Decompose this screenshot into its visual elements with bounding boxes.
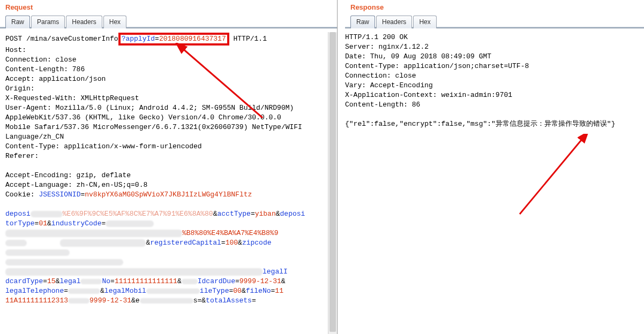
bf4d: 100 — [226, 239, 238, 247]
bf2f: deposi — [280, 210, 305, 218]
bf7h: & — [242, 287, 246, 295]
bf6e: legal — [59, 277, 80, 285]
smudge — [5, 249, 70, 256]
tab-headers[interactable]: Headers — [66, 16, 102, 28]
smudge — [5, 259, 123, 265]
bf2e: & — [276, 210, 280, 218]
request-content[interactable]: POST /mina/saveCustomerInfo?applyId=2018… — [0, 28, 337, 310]
bf6k: = — [235, 277, 239, 285]
bf8e: & — [201, 297, 206, 305]
bf2d: yiban — [255, 210, 276, 218]
hl-value: 201808091643731 — [159, 35, 222, 43]
bf8f: totalAssets — [206, 297, 252, 305]
response-panel: Response Raw Headers Hex HTTP/1.1 200 OK… — [338, 0, 644, 334]
bf7c: & — [100, 287, 104, 295]
response-title: Response — [345, 0, 644, 16]
bf1b: torType — [5, 219, 35, 227]
response-tabs: Raw Headers Hex — [345, 16, 644, 28]
bf7i: fileNo — [246, 287, 271, 295]
request-panel: Request Raw Params Headers Hex POST /min… — [0, 0, 338, 334]
bf7b: = — [64, 287, 68, 295]
bf8d: s= — [193, 297, 202, 305]
smudge — [182, 279, 198, 284]
tab-raw-resp[interactable]: Raw — [350, 16, 375, 28]
hl-param: applyId — [125, 35, 155, 43]
resp-headers: HTTP/1.1 200 OK Server: nginx/1.12.2 Dat… — [345, 33, 529, 109]
bf7e: ileType — [200, 287, 229, 295]
smudge — [68, 289, 100, 294]
svg-line-1 — [520, 138, 583, 214]
smudge — [60, 239, 146, 247]
bf2b: acctType — [217, 210, 250, 218]
bf6f: No — [102, 277, 110, 285]
tab-params[interactable]: Params — [31, 16, 65, 28]
highlight-box: ?applyId=2018080916437317 — [118, 33, 229, 45]
smudge — [106, 221, 154, 227]
bf6a: dcardType — [5, 277, 43, 285]
bf1a: deposi — [5, 210, 31, 218]
smudge — [5, 230, 182, 237]
smudge — [146, 289, 200, 294]
bf7g: 00 — [233, 287, 242, 295]
bf6m: & — [281, 277, 286, 285]
bf8g: = — [252, 297, 256, 305]
resp-body: {"rel":false,"encrypt":false,"msg":"异常信息… — [345, 120, 615, 128]
bf6j: IdcardDue — [198, 277, 235, 285]
tab-hex-resp[interactable]: Hex — [413, 16, 436, 28]
bf8b: 9999-12-31 — [89, 297, 131, 305]
bf6h: 111111111111111 — [115, 277, 177, 285]
req-block1: Host: Connection: close Content-Length: … — [5, 46, 302, 160]
tab-headers-resp[interactable]: Headers — [376, 16, 412, 28]
request-title: Request — [0, 0, 337, 16]
bf5: legalI — [263, 268, 288, 276]
bf7k: 11 — [275, 287, 283, 295]
bf4f: zipcode — [242, 239, 272, 247]
tab-raw[interactable]: Raw — [5, 16, 30, 28]
bf8a: 11A111111112313 — [5, 297, 68, 305]
scrollbar-thumb[interactable] — [330, 32, 336, 332]
request-scrollbar[interactable] — [328, 32, 337, 334]
bf6c: 15 — [47, 277, 56, 285]
request-tabs: Raw Params Headers Hex — [0, 16, 337, 28]
bf3: %B8%80%E4%BA%A7%E4%B8%9 — [182, 229, 278, 237]
bf7d: legalMobil — [104, 287, 146, 295]
smudge — [5, 240, 27, 246]
bf6l: 9999-12-31 — [239, 277, 281, 285]
hl-eq: = — [155, 35, 159, 43]
bf4b: registeredCapital — [150, 239, 221, 247]
smudge — [31, 211, 63, 217]
smudge — [140, 298, 193, 303]
bf1f: industryCode — [51, 219, 102, 227]
req-line1-pre: POST /mina/saveCustomerInfo — [5, 35, 118, 43]
hl-trail: 7 — [222, 35, 226, 43]
response-content[interactable]: HTTP/1.1 200 OK Server: nginx/1.12.2 Dat… — [345, 28, 644, 133]
tab-hex[interactable]: Hex — [103, 16, 126, 28]
bf1d: 01 — [39, 219, 47, 227]
bf8c: &e — [131, 297, 140, 305]
bf1e: & — [47, 219, 51, 227]
cookie-val: nv8kpYX6aMG0SpWVioX7JKBJ1IzLWGg4YlBNFltz — [85, 191, 252, 199]
bf1g: = — [101, 219, 106, 227]
bf-enc: %E6%9F%9C%E5%AF%8C%E7%A7%91%E6%8A%80 — [63, 210, 213, 218]
bf6b: = — [43, 277, 47, 285]
req-line1-post: HTTP/1.1 — [229, 35, 267, 43]
bf7a: legalTelephone — [5, 287, 64, 295]
bf4e: & — [238, 239, 242, 247]
bf2c: = — [251, 210, 255, 218]
bf6g: = — [110, 277, 115, 285]
smudge — [68, 298, 89, 303]
smudge — [80, 279, 102, 284]
bf6i: & — [177, 277, 182, 285]
bf4c: = — [221, 239, 226, 247]
annotation-arrow-right — [488, 134, 595, 219]
cookie-key: JSESSIONID — [39, 191, 80, 199]
smudge — [5, 268, 263, 276]
